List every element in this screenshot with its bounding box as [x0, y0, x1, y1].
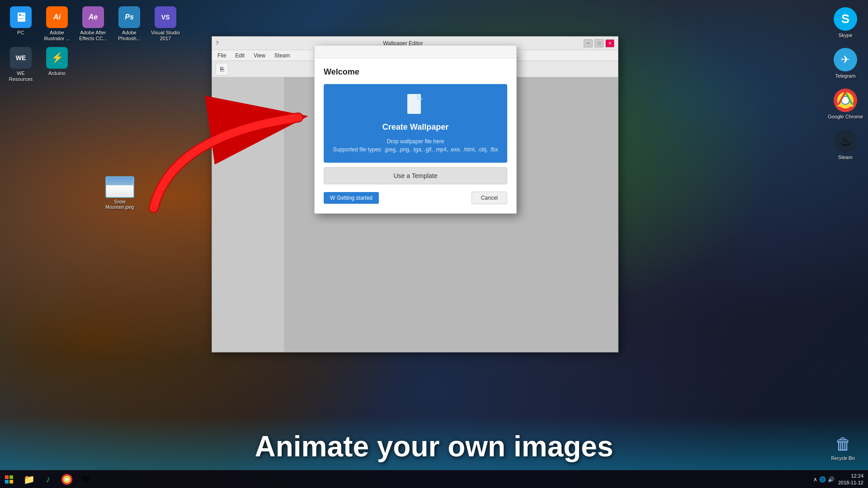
taskbar-network-icon[interactable]: 🌐 — [819, 476, 826, 483]
create-wallpaper-button[interactable]: Create Wallpaper Drop wallpaper file her… — [324, 84, 507, 163]
taskbar-clock[interactable]: 12:24 2018-11-12 — [838, 473, 863, 486]
desktop-icon-steam[interactable]: ♨ Steam — [825, 124, 866, 165]
desktop-icon-skype-label: Skype — [839, 33, 853, 38]
desktop-icon-ai[interactable]: Ai Adobe Illustrator ... — [41, 5, 73, 43]
we-menu-edit[interactable]: Edit — [231, 52, 248, 60]
desktop-icon-recycle-bin[interactable]: 🗑 Recycle Bin — [827, 432, 859, 461]
taskbar-pinned-icons: 📁 ♪ ⚙ — [20, 470, 95, 488]
create-wallpaper-supported-text: Supported file types: .jpeg, .png, .tga,… — [333, 145, 498, 154]
file-icon-label: Snow Mountain.jpeg — [102, 199, 138, 210]
recycle-bin-label: Recycle Bin — [831, 456, 855, 461]
svg-rect-14 — [5, 480, 9, 483]
desktop-icon-skype[interactable]: S Skype — [825, 2, 866, 43]
desktop-icon-we-label: WE Resources — [6, 70, 35, 82]
taskbar-date-value: 2018-11-12 — [838, 479, 863, 486]
desktop-icon-pc-label: PC — [17, 30, 24, 36]
taskbar-icon-chrome[interactable] — [58, 470, 76, 488]
desktop-icon-ps-label: Adobe Photosh... — [115, 30, 144, 42]
getting-started-w-icon: W — [330, 195, 335, 201]
desktop-glow — [0, 416, 868, 470]
use-template-button[interactable]: Use a Template — [324, 167, 507, 184]
taskbar-icon-settings[interactable]: ⚙ — [77, 470, 95, 488]
we-maximize-button[interactable]: □ — [594, 39, 604, 47]
desktop-icon-ae[interactable]: Ae Adobe After Effects CC... — [77, 5, 109, 43]
desktop-file-icon[interactable]: Snow Mountain.jpeg — [102, 176, 138, 210]
svg-rect-13 — [9, 475, 13, 479]
desktop-icon-chrome-label: Google Chrome — [828, 114, 863, 119]
desktop-icon-telegram[interactable]: ✈ Telegram — [825, 43, 866, 84]
desktop-icon-chrome[interactable]: Google Chrome — [825, 84, 866, 124]
taskbar-time-value: 12:24 — [838, 473, 863, 479]
dialog-footer: W Getting started Cancel — [324, 192, 507, 204]
start-button[interactable] — [0, 470, 18, 488]
svg-rect-15 — [9, 480, 13, 483]
we-menu-file[interactable]: File — [214, 52, 230, 60]
document-icon — [406, 93, 425, 119]
getting-started-button[interactable]: W Getting started — [324, 192, 379, 204]
taskbar-expand-icon[interactable]: ∧ — [813, 476, 817, 483]
we-help-icon[interactable]: ? — [216, 40, 219, 47]
dialog-body: Welcome Create Wallpaper Drop wallpaper … — [315, 58, 516, 213]
taskbar-icon-spotify[interactable]: ♪ — [39, 470, 57, 488]
taskbar-icon-file-explorer[interactable]: 📁 — [20, 470, 38, 488]
we-sidebar — [212, 77, 284, 352]
desktop-icon-telegram-label: Telegram — [835, 73, 855, 79]
we-copy-button[interactable]: ⎘ — [216, 63, 228, 75]
create-wallpaper-drop-text: Drop wallpaper file here — [387, 137, 444, 145]
desktop-icon-ps[interactable]: Ps Adobe Photosh... — [113, 5, 146, 43]
we-menu-view[interactable]: View — [250, 52, 269, 60]
svg-point-19 — [66, 478, 69, 481]
we-close-button[interactable]: ✕ — [605, 39, 614, 47]
right-desktop-icons: S Skype ✈ Telegram Google Chrome ♨ — [823, 0, 868, 165]
desktop-icon-vs[interactable]: VS Visual Studio 2017 — [149, 5, 182, 43]
dialog-heading: Welcome — [324, 67, 507, 77]
desktop-icon-steam-label: Steam — [838, 155, 853, 160]
dialog-titlebar — [315, 46, 516, 58]
taskbar-right-area: ∧ 🌐 🔊 12:24 2018-11-12 — [813, 473, 868, 486]
svg-rect-12 — [5, 475, 9, 479]
desktop-icon-we[interactable]: WE WE Resources — [5, 45, 37, 84]
taskbar-system-icons: ∧ 🌐 🔊 — [813, 476, 835, 483]
we-window-controls: ─ □ ✕ — [584, 39, 614, 47]
we-minimize-button[interactable]: ─ — [584, 39, 593, 47]
desktop-icon-ae-label: Adobe After Effects CC... — [79, 30, 108, 42]
desktop-icon-arduino-label: Arduino — [48, 70, 66, 76]
file-thumbnail — [105, 176, 134, 198]
welcome-dialog: Welcome Create Wallpaper Drop wallpaper … — [314, 45, 517, 214]
desktop-icon-arduino[interactable]: ⚡ Arduino — [41, 45, 73, 84]
create-wallpaper-title: Create Wallpaper — [382, 122, 448, 132]
desktop-icon-ai-label: Adobe Illustrator ... — [42, 30, 71, 42]
desktop-icon-vs-label: Visual Studio 2017 — [151, 30, 180, 42]
taskbar: 📁 ♪ ⚙ ∧ 🌐 🔊 12:24 2018-11-12 — [0, 470, 868, 488]
getting-started-label: Getting started — [337, 195, 373, 201]
we-menu-steam[interactable]: Steam — [271, 52, 294, 60]
taskbar-speaker-icon[interactable]: 🔊 — [828, 476, 835, 483]
recycle-bin-icon: 🗑 — [831, 432, 855, 456]
cancel-button[interactable]: Cancel — [472, 192, 507, 204]
desktop-icon-pc[interactable]: 🖥 PC — [5, 5, 37, 43]
